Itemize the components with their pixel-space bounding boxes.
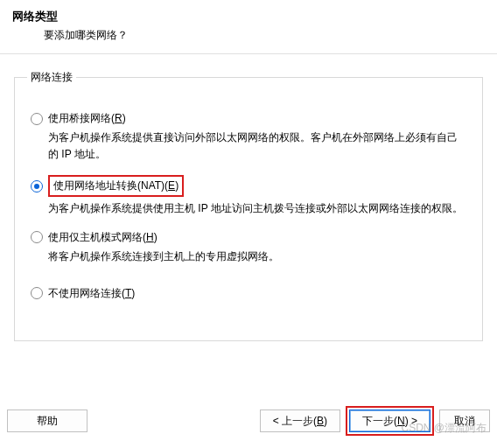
radio-hostonly[interactable] — [31, 231, 43, 243]
radio-nat-label: 使用网络地址转换(NAT)(E) — [53, 179, 178, 192]
option-nat-desc: 为客户机操作系统提供使用主机 IP 地址访问主机拨号连接或外部以太网网络连接的权… — [48, 200, 466, 217]
option-none[interactable]: 不使用网络连接(T) — [31, 286, 466, 301]
network-connection-group: 网络连接 使用桥接网络(R) 为客户机操作系统提供直接访问外部以太网网络的权限。… — [14, 70, 483, 341]
next-button[interactable]: 下一步(N) > — [349, 410, 430, 432]
radio-nat[interactable] — [31, 180, 43, 192]
cancel-button[interactable]: 取消 — [439, 410, 490, 432]
option-hostonly-desc: 将客户机操作系统连接到主机上的专用虚拟网络。 — [48, 248, 466, 265]
radio-none-label: 不使用网络连接(T) — [48, 286, 135, 301]
radio-bridged[interactable] — [31, 113, 43, 125]
radio-hostonly-label: 使用仅主机模式网络(H) — [48, 230, 158, 245]
radio-bridged-label: 使用桥接网络(R) — [48, 111, 126, 126]
group-legend: 网络连接 — [27, 70, 76, 85]
back-button[interactable]: < 上一步(B) — [260, 410, 340, 432]
option-bridged-desc: 为客户机操作系统提供直接访问外部以太网网络的权限。客户机在外部网络上必须有自己的… — [48, 130, 466, 163]
radio-none[interactable] — [31, 287, 43, 299]
option-hostonly[interactable]: 使用仅主机模式网络(H) 将客户机操作系统连接到主机上的专用虚拟网络。 — [31, 230, 466, 265]
option-bridged[interactable]: 使用桥接网络(R) 为客户机操作系统提供直接访问外部以太网网络的权限。客户机在外… — [31, 111, 466, 163]
content-area: 网络连接 使用桥接网络(R) 为客户机操作系统提供直接访问外部以太网网络的权限。… — [0, 54, 497, 397]
highlight-box-next: 下一步(N) > — [346, 406, 434, 436]
page-subtitle: 要添加哪类网络？ — [12, 28, 485, 43]
highlight-box-nat: 使用网络地址转换(NAT)(E) — [48, 175, 184, 197]
help-button[interactable]: 帮助 — [7, 410, 88, 432]
option-nat[interactable]: 使用网络地址转换(NAT)(E) 为客户机操作系统提供使用主机 IP 地址访问主… — [31, 175, 466, 217]
wizard-footer: 帮助 < 上一步(B) 下一步(N) > 取消 — [0, 397, 497, 448]
wizard-header: 网络类型 要添加哪类网络？ — [0, 0, 497, 53]
page-title: 网络类型 — [12, 9, 485, 24]
